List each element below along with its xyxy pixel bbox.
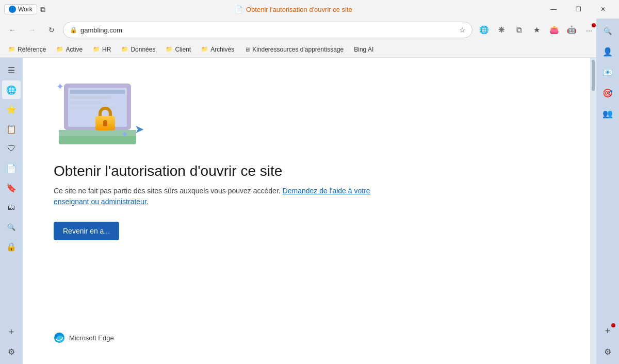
sidebar-tabs-btn[interactable]: 🌐 xyxy=(2,80,21,99)
bookmark-hr[interactable]: 📁 HR xyxy=(89,44,115,55)
sidebar-right-add[interactable]: + xyxy=(598,322,617,340)
favorite-button[interactable]: ☆ xyxy=(459,26,466,34)
sidebar-menu-btn[interactable]: ☰ xyxy=(2,61,21,79)
edge-logo-footer xyxy=(54,332,65,343)
tab-title[interactable]: Obtenir l'autorisation d'ouvrir ce site xyxy=(246,6,352,13)
bookmark-label: Archivés xyxy=(210,46,234,53)
sidebar-right-office[interactable]: 🎯 xyxy=(598,84,617,102)
multi-window-icon[interactable]: ⧉ xyxy=(40,5,45,14)
svg-rect-4 xyxy=(70,101,101,104)
bookmark-active[interactable]: 📁 Active xyxy=(52,44,87,55)
sidebar-right-settings[interactable]: ⚙ xyxy=(598,342,617,361)
sidebar-history-btn[interactable]: 📋 xyxy=(2,120,21,138)
bookmark-label: Référence xyxy=(18,46,46,53)
cursor-arrow: ➤ xyxy=(135,123,144,136)
bookmark-label: Active xyxy=(66,46,83,53)
sidebar-security-btn[interactable]: 🔒 xyxy=(2,237,21,256)
title-bar-controls: — ❐ ✕ xyxy=(542,1,615,18)
title-bar-center: 📄 Obtenir l'autorisation d'ouvrir ce sit… xyxy=(50,6,537,13)
bookmark-label: Kinderessources d'apprentissage xyxy=(252,46,344,53)
favorites-icon[interactable]: ★ xyxy=(528,22,545,38)
notification-badge xyxy=(592,23,596,27)
toolbar-icons: 🌐 ❋ ⧉ ★ 👛 🤖 ··· 🔵 xyxy=(476,22,615,38)
forward-button[interactable]: → xyxy=(24,22,40,38)
copilot-icon[interactable]: 🤖 xyxy=(563,22,580,38)
block-illustration: ✦ xyxy=(54,78,146,151)
refresh-button[interactable]: ↻ xyxy=(43,22,60,38)
extensions-icon[interactable]: 🌐 xyxy=(476,22,492,38)
address-bar[interactable]: 🔒 ☆ xyxy=(63,22,473,38)
collections-icon[interactable]: ❋ xyxy=(493,22,510,38)
right-sidebar: 🔍 👤 📧 🎯 👥 + ⚙ xyxy=(596,19,619,364)
block-page-title: Obtenir l'autorisation d'ouvrir ce site xyxy=(54,163,282,179)
back-button[interactable]: ← xyxy=(4,22,21,38)
bookmark-label: Bing AI xyxy=(354,46,373,53)
padlock-icon xyxy=(92,107,118,133)
monitor-icon: 🖥 xyxy=(245,46,250,53)
lock-icon: 🔒 xyxy=(70,26,77,34)
sidebar-downloads-btn[interactable]: 🛡 xyxy=(2,139,21,158)
page-icon: 📄 xyxy=(235,6,243,13)
svg-rect-3 xyxy=(70,96,111,99)
sidebar-reading-btn[interactable]: 🔖 xyxy=(2,178,21,197)
folder-icon: 📁 xyxy=(8,46,15,53)
scroll-thumb[interactable] xyxy=(592,60,595,91)
sidebar-right-profile[interactable]: 👤 xyxy=(598,42,617,61)
split-screen-icon[interactable]: ⧉ xyxy=(511,22,527,38)
bookmark-client[interactable]: 📁 Client xyxy=(161,44,195,55)
close-button[interactable]: ✕ xyxy=(591,1,615,18)
padlock-body xyxy=(95,116,115,130)
bookmark-bing[interactable]: Bing AI xyxy=(350,44,378,55)
bookmark-label: Client xyxy=(175,46,191,53)
sidebar-bottom: + ⚙ xyxy=(2,323,21,361)
folder-icon: 📁 xyxy=(56,46,63,53)
url-input[interactable] xyxy=(80,26,456,34)
sidebar-right-search[interactable]: 🔍 xyxy=(598,22,617,40)
sidebar-settings-btn[interactable]: ⚙ xyxy=(2,342,21,361)
main-area: ✦ xyxy=(23,58,596,364)
title-bar-left: Work ⧉ xyxy=(4,4,45,14)
padlock-shackle xyxy=(99,107,112,116)
bookmark-label: HR xyxy=(102,46,111,53)
sparkle-bottom-right: ✦ xyxy=(121,129,128,140)
bookmark-reference[interactable]: 📁 Référence xyxy=(4,44,50,55)
folder-icon: 📁 xyxy=(93,46,100,53)
folder-icon: 📁 xyxy=(201,46,208,53)
sidebar-add-btn[interactable]: + xyxy=(2,323,21,341)
scrollbar[interactable] xyxy=(590,58,596,364)
title-bar: Work ⧉ 📄 Obtenir l'autorisation d'ouvrir… xyxy=(0,0,619,19)
profile-badge[interactable]: Work xyxy=(4,4,37,14)
subtitle-text: Ce site ne fait pas partie des sites sûr… xyxy=(54,187,281,195)
profile-icon xyxy=(9,6,16,13)
browser-page: ✦ xyxy=(23,58,596,364)
back-to-safety-button[interactable]: Revenir en a... xyxy=(54,222,119,240)
sidebar-favorites-btn[interactable]: ⭐ xyxy=(2,100,21,119)
sidebar-search2-btn[interactable]: 🔍 xyxy=(2,218,21,236)
sidebar-right-outlook[interactable]: 📧 xyxy=(598,63,617,81)
bookmark-archives[interactable]: 📁 Archivés xyxy=(197,44,238,55)
maximize-button[interactable]: ❐ xyxy=(566,1,590,18)
bookmark-donnees[interactable]: 📁 Données xyxy=(117,44,159,55)
bookmark-label: Données xyxy=(131,46,155,53)
folder-icon: 📁 xyxy=(166,46,173,53)
folder-icon: 📁 xyxy=(121,46,128,53)
sidebar-collections-btn[interactable]: 🗂 xyxy=(2,198,21,217)
padlock-keyhole xyxy=(103,120,107,126)
profile-label: Work xyxy=(18,6,32,13)
minimize-button[interactable]: — xyxy=(542,1,565,18)
ms-footer: Microsoft Edge xyxy=(54,301,114,343)
bookmarks-bar: 📁 Référence 📁 Active 📁 HR 📁 Données 📁 Cl… xyxy=(0,41,619,58)
wallet-icon[interactable]: 👛 xyxy=(546,22,562,38)
bookmark-kinder[interactable]: 🖥 Kinderessources d'apprentissage xyxy=(240,44,348,55)
ms-footer-label: Microsoft Edge xyxy=(69,334,114,342)
more-tools-icon[interactable]: ··· xyxy=(581,22,597,38)
right-bottom: + ⚙ xyxy=(598,322,617,361)
left-sidebar: ☰ 🌐 ⭐ 📋 🛡 📄 🔖 🗂 🔍 🔒 + ⚙ xyxy=(0,58,23,364)
nav-bar: ← → ↻ 🔒 ☆ 🌐 ❋ ⧉ ★ 👛 🤖 ··· 🔵 xyxy=(0,19,619,41)
block-page-subtitle: Ce site ne fait pas partie des sites sûr… xyxy=(54,186,373,207)
sidebar-pdf-btn[interactable]: 📄 xyxy=(2,159,21,177)
sidebar-right-teams[interactable]: 👥 xyxy=(598,104,617,123)
svg-rect-2 xyxy=(70,90,125,94)
